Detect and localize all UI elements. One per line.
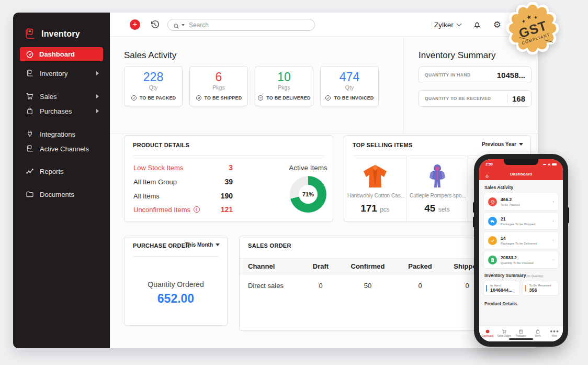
search-scope-caret-icon[interactable] xyxy=(182,24,185,26)
search-input[interactable] xyxy=(189,21,309,29)
settings-button[interactable]: ⚙ xyxy=(493,20,501,29)
phone-inventory-summary-title: Inventory Summary (In Quantity) xyxy=(484,273,559,278)
sidebar-item-integrations[interactable]: Integrations xyxy=(20,127,103,141)
sidebar-item-inventory[interactable]: Inventory xyxy=(20,67,103,80)
phone-sum-value: 1046044... xyxy=(490,287,516,293)
sidebar-item-active-channels[interactable]: Active Channels xyxy=(20,142,103,156)
top-selling-filter[interactable]: Previous Year xyxy=(482,141,523,147)
sidebar-item-sales[interactable]: Sales xyxy=(20,90,103,103)
top-selling-item[interactable]: Hanswooly Cotton Cas... 171 pcs xyxy=(344,156,406,222)
sidebar-item-label: Documents xyxy=(40,191,74,198)
purchase-order-panel: PURCHASE ORDER This Month Quantity Order… xyxy=(124,236,228,326)
chevron-right-icon: › xyxy=(552,199,554,204)
inventory-logo-icon xyxy=(24,28,36,40)
more-dots-icon: ●●● xyxy=(546,328,563,334)
quantity-ordered-value: 652.00 xyxy=(125,292,227,306)
gst-compliant-badge: ★ ★ ★ GST COMPLIANT xyxy=(506,2,559,54)
brand-logo-row: Inventory xyxy=(24,26,80,42)
card-to-be-packed[interactable]: 228 Qty TO BE PACKED xyxy=(124,66,183,106)
top-selling-item[interactable]: Cutiepie Rompers-spo... 45 sets xyxy=(406,156,468,222)
cell-draft: 0 xyxy=(302,282,339,290)
sales-activity-title: Sales Activity xyxy=(124,50,176,61)
sidebar-item-dashboard[interactable]: Dashboard xyxy=(20,47,103,61)
active-items-label: Active Items xyxy=(274,164,342,172)
card-label: TO BE SHIPPED xyxy=(205,95,242,101)
trolley-icon xyxy=(26,69,34,78)
card-label: TO BE PACKED xyxy=(140,95,176,101)
row-label: QUANTITY IN HAND xyxy=(425,72,492,78)
purchase-order-filter[interactable]: This Month xyxy=(185,242,220,248)
unconfirmed-items-row[interactable]: Unconfirmed Items ! 121 xyxy=(133,205,233,214)
panel-title: TOP SELLING ITEMS xyxy=(353,142,413,148)
app-window: Inventory Dashboard Inventory xyxy=(13,13,538,348)
phone-sum-label: To Be Received xyxy=(529,284,555,287)
plug-icon xyxy=(26,130,34,138)
phone-volume-button xyxy=(473,217,474,227)
divider xyxy=(133,256,219,257)
col-channel: Channel xyxy=(240,262,302,270)
low-stock-items-row[interactable]: Low Stock Items 3 xyxy=(133,163,233,172)
card-unit: Pkgs xyxy=(190,84,247,91)
bag-icon xyxy=(26,107,34,115)
sidebar-item-label: Reports xyxy=(40,168,64,175)
chevron-right-icon: › xyxy=(552,218,554,224)
active-items-donut: 71% xyxy=(290,176,326,213)
divider xyxy=(507,94,507,103)
target-circle-icon xyxy=(196,95,202,101)
divider xyxy=(492,71,492,79)
cell-channel: Direct sales xyxy=(240,282,302,290)
quantity-in-hand-row[interactable]: QUANTITY IN HAND 10458... xyxy=(419,67,532,83)
row-value: 3 xyxy=(229,163,233,172)
cell-confirmed: 50 xyxy=(339,282,397,290)
phone-card-value: 20833.2 xyxy=(501,255,534,261)
phone-card-label: Packages To be Shipped xyxy=(501,223,535,226)
card-to-be-delivered[interactable]: 10 Pkgs TO BE DELIVERED xyxy=(255,66,313,106)
quantity-to-be-received-row[interactable]: QUANTITY TO BE RECEIVED 168 xyxy=(419,90,532,107)
phone-card-label: Packages To be Delivered xyxy=(501,242,537,245)
sidebar-item-documents[interactable]: Documents xyxy=(20,187,103,201)
phone-tab-label: Packages xyxy=(513,335,529,337)
phone-mockup: 2:59 Dashboard Sales Activity xyxy=(474,154,568,347)
card-to-be-invoiced[interactable]: 474 Qty TO BE INVOICED xyxy=(320,66,379,106)
all-item-group-row[interactable]: All Item Group 39 xyxy=(133,178,233,186)
col-packed: Packed xyxy=(397,262,444,270)
phone-card-to-be-invoiced: 20833.2 Quantity To be Invoiced › xyxy=(483,251,559,269)
channels-icon xyxy=(26,145,34,153)
filter-value: This Month xyxy=(185,242,213,248)
check-circle-icon xyxy=(131,95,137,101)
filter-value: Previous Year xyxy=(482,141,516,147)
panel-title: PRODUCT DETAILS xyxy=(133,142,189,148)
chevron-right-icon: › xyxy=(552,257,554,262)
card-to-be-shipped[interactable]: 6 Pkgs TO BE SHIPPED xyxy=(189,66,248,106)
wifi-icon xyxy=(548,163,550,165)
sidebar-item-purchases[interactable]: Purchases xyxy=(20,104,103,118)
sidebar-item-reports[interactable]: Reports xyxy=(20,164,103,178)
all-items-row[interactable]: All Items 190 xyxy=(133,192,233,200)
row-value: 121 xyxy=(221,205,233,214)
check-icon xyxy=(488,236,497,245)
chart-line-icon xyxy=(26,167,34,175)
recent-history-button[interactable] xyxy=(150,19,160,30)
check-circle-icon xyxy=(325,95,331,101)
quick-create-button[interactable]: + xyxy=(130,19,140,30)
org-selector[interactable]: Zylker xyxy=(434,21,461,29)
truck-icon xyxy=(488,217,497,226)
phone-card-to-be-packed: 466.2 To be Packed › xyxy=(483,193,559,211)
phone-tab-label: Sales Orders xyxy=(496,335,513,337)
col-draft: Draft xyxy=(302,262,339,270)
card-value: 474 xyxy=(321,70,378,84)
card-value: 6 xyxy=(190,70,247,84)
card-value: 10 xyxy=(255,70,313,84)
topbar: + Zylker xyxy=(110,13,538,37)
chevron-right-icon: › xyxy=(552,238,554,243)
inventory-summary-title: Inventory Summary xyxy=(419,50,495,61)
page: Inventory Dashboard Inventory xyxy=(0,0,588,365)
item-unit: pcs xyxy=(380,206,390,213)
row-label: QUANTITY TO BE RECEIVED xyxy=(425,96,507,101)
phone-card-label: To be Packed xyxy=(501,203,519,206)
topbar-right: Zylker ⚙ xyxy=(434,13,501,37)
notifications-button[interactable] xyxy=(472,20,482,29)
divider xyxy=(133,156,324,156)
phone-to-be-received-card: To Be Received 356 xyxy=(523,281,559,296)
phone-sum-label: In Hand xyxy=(490,284,516,287)
